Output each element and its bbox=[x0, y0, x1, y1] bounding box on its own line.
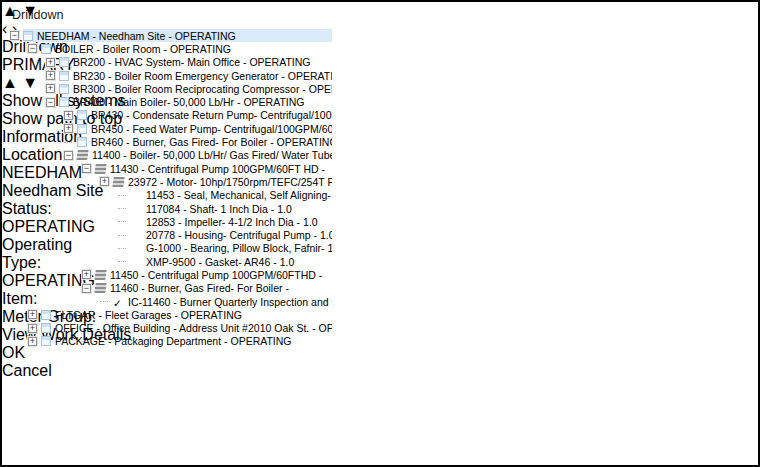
expand-node-toggle[interactable]: + bbox=[82, 270, 91, 279]
tree-connector bbox=[118, 208, 126, 209]
tree-node-label[interactable]: BR460 - Burner, Gas Fired- For Boiler - … bbox=[91, 136, 332, 148]
tree-node-label[interactable]: FLTGAR - Fleet Garages - OPERATING bbox=[55, 309, 242, 321]
tree-node-label[interactable]: G-1000 - Bearing, Pillow Block, Fafnir- … bbox=[146, 242, 332, 254]
location-icon bbox=[41, 323, 51, 333]
tree-node[interactable]: 11450 - Centrifugal Pump 100GPM/60FTHD - bbox=[95, 268, 332, 281]
tree-row: +BR200 - HVAC System- Main Office - OPER… bbox=[10, 56, 332, 69]
location-icon bbox=[41, 44, 51, 54]
tree-vertical-scrollbar[interactable]: ▲ ▼ bbox=[2, 2, 758, 20]
tree-node[interactable]: BR400 - Main Boiler- 50,000 Lb/Hr - OPER… bbox=[59, 95, 332, 108]
drilldown-dialog: Drilldown −NEEDHAM - Needham Site - OPER… bbox=[0, 0, 760, 467]
check-icon: ✓ bbox=[113, 297, 124, 307]
expand-node-toggle[interactable]: + bbox=[28, 337, 37, 346]
tree-row: BR460 - Burner, Gas Fired- For Boiler - … bbox=[10, 135, 332, 148]
asset-icon bbox=[94, 270, 106, 280]
tree-node[interactable]: 23972 - Motor- 10hp/1750rpm/TEFC/254T Fr… bbox=[113, 175, 332, 188]
tree-node-label[interactable]: 12853 - Impeller- 4-1/2 Inch Dia - 1.0 bbox=[146, 216, 318, 228]
expand-node-toggle[interactable]: + bbox=[46, 71, 55, 80]
tree-node-label[interactable]: BR450 - Feed Water Pump- Centrifugal/100… bbox=[91, 123, 332, 135]
scroll-left-icon[interactable]: ‹ bbox=[2, 20, 7, 37]
expand-node-toggle[interactable]: + bbox=[64, 111, 73, 120]
tree-connector bbox=[118, 195, 126, 196]
dialog-title: Drilldown bbox=[12, 8, 63, 22]
tree-node-label[interactable]: NEEDHAM - Needham Site - OPERATING bbox=[37, 30, 236, 42]
collapse-node-toggle[interactable]: − bbox=[82, 284, 91, 293]
tree-node[interactable]: 11400 - Boiler- 50,000 Lb/Hr/ Gas Fired/… bbox=[77, 149, 332, 162]
expand-node-toggle[interactable]: + bbox=[28, 310, 37, 319]
tree-row: +23972 - Motor- 10hp/1750rpm/TEFC/254T F… bbox=[10, 175, 332, 188]
tree-node-label[interactable]: 11400 - Boiler- 50,000 Lb/Hr/ Gas Fired/… bbox=[92, 149, 332, 161]
tree-node-label[interactable]: 20778 - Housing- Centrifugal Pump - 1.0 bbox=[146, 229, 332, 241]
collapse-node-toggle[interactable]: − bbox=[10, 31, 19, 40]
tree-node[interactable]: BR430 - Condensate Return Pump- Centrifu… bbox=[77, 109, 332, 122]
tree-connector bbox=[118, 248, 126, 249]
tree-node-label[interactable]: 11430 - Centrifugal Pump 100GPM/60FT HD … bbox=[110, 163, 325, 175]
tree-node[interactable]: BR230 - Boiler Room Emergency Generator … bbox=[59, 69, 332, 82]
tree-node[interactable]: 11453 - Seal, Mechanical, Self Aligning-… bbox=[131, 189, 332, 202]
tree-node[interactable]: BOILER - Boiler Room - OPERATING bbox=[41, 42, 332, 55]
tree-row: 12853 - Impeller- 4-1/2 Inch Dia - 1.0 bbox=[10, 215, 332, 228]
part-icon bbox=[130, 230, 142, 240]
tree-node[interactable]: 20778 - Housing- Centrifugal Pump - 1.0 bbox=[131, 228, 332, 241]
tree-node-label[interactable]: 117084 - Shaft- 1 Inch Dia - 1.0 bbox=[146, 203, 292, 215]
collapse-node-toggle[interactable]: − bbox=[46, 98, 55, 107]
location-icon bbox=[59, 97, 69, 107]
tree-node-label[interactable]: BR200 - HVAC System- Main Office - OPERA… bbox=[73, 56, 310, 68]
tree-row: −NEEDHAM - Needham Site - OPERATING bbox=[10, 29, 332, 42]
location-icon bbox=[59, 57, 69, 67]
tree-row: ✓IC-11460 - Burner Quarterly Inspection … bbox=[10, 295, 332, 308]
expand-node-toggle[interactable]: + bbox=[64, 124, 73, 133]
tree-row: +OFFICE - Office Building - Address Unit… bbox=[10, 322, 332, 335]
tree-node[interactable]: BR450 - Feed Water Pump- Centrifugal/100… bbox=[77, 122, 332, 135]
part-icon bbox=[130, 257, 142, 267]
expand-node-toggle[interactable]: + bbox=[100, 177, 109, 186]
tree-row: −11460 - Burner, Gas Fired- For Boiler - bbox=[10, 282, 332, 295]
expand-node-toggle[interactable]: + bbox=[28, 324, 37, 333]
tree-row: +PACKAGE - Packaging Department - OPERAT… bbox=[10, 335, 332, 348]
tree-node-label[interactable]: XMP-9500 - Gasket- AR46 - 1.0 bbox=[146, 256, 294, 268]
tree-node[interactable]: G-1000 - Bearing, Pillow Block, Fafnir- … bbox=[131, 242, 332, 255]
tree-node-label[interactable]: OFFICE - Office Building - Address Unit … bbox=[55, 322, 332, 334]
asset-icon bbox=[94, 283, 106, 293]
location-icon bbox=[41, 310, 51, 320]
location-icon bbox=[59, 71, 69, 81]
collapse-node-toggle[interactable]: − bbox=[64, 151, 73, 160]
tree-node-label[interactable]: BR400 - Main Boiler- 50,000 Lb/Hr - OPER… bbox=[73, 96, 304, 108]
cancel-button[interactable]: Cancel bbox=[2, 362, 758, 380]
tree-node[interactable]: 12853 - Impeller- 4-1/2 Inch Dia - 1.0 bbox=[131, 215, 332, 228]
location-icon bbox=[23, 31, 33, 41]
tree-node[interactable]: XMP-9500 - Gasket- AR46 - 1.0 bbox=[131, 255, 332, 268]
tree-node-label[interactable]: BOILER - Boiler Room - OPERATING bbox=[55, 43, 231, 55]
collapse-node-toggle[interactable]: − bbox=[82, 164, 91, 173]
tree-node[interactable]: FLTGAR - Fleet Garages - OPERATING bbox=[41, 308, 332, 321]
tree-node-label[interactable]: 23972 - Motor- 10hp/1750rpm/TEFC/254T Fr… bbox=[128, 176, 332, 188]
tree-node[interactable]: BR460 - Burner, Gas Fired- For Boiler - … bbox=[77, 135, 332, 148]
tree-node[interactable]: NEEDHAM - Needham Site - OPERATING bbox=[23, 29, 332, 42]
location-icon bbox=[77, 124, 87, 134]
tree-node-label[interactable]: BR230 - Boiler Room Emergency Generator … bbox=[73, 70, 332, 82]
tree-node-label[interactable]: 11460 - Burner, Gas Fired- For Boiler - bbox=[110, 282, 289, 294]
tree-row: 20778 - Housing- Centrifugal Pump - 1.0 bbox=[10, 228, 332, 241]
tree-node-label[interactable]: BR430 - Condensate Return Pump- Centrifu… bbox=[91, 109, 332, 121]
tree-row: XMP-9500 - Gasket- AR46 - 1.0 bbox=[10, 255, 332, 268]
tree-node[interactable]: 11460 - Burner, Gas Fired- For Boiler - bbox=[95, 282, 332, 295]
tree-row: +BR300 - Boiler Room Reciprocating Compr… bbox=[10, 82, 332, 95]
expand-node-toggle[interactable]: + bbox=[46, 84, 55, 93]
tree-row: G-1000 - Bearing, Pillow Block, Fafnir- … bbox=[10, 242, 332, 255]
tree-node[interactable]: OFFICE - Office Building - Address Unit … bbox=[41, 322, 332, 335]
expand-node-toggle[interactable]: + bbox=[46, 58, 55, 67]
tree-node-label[interactable]: IC-11460 - Burner Quarterly Inspection a… bbox=[128, 296, 332, 308]
tree-node[interactable]: 11430 - Centrifugal Pump 100GPM/60FT HD … bbox=[95, 162, 332, 175]
tree-node[interactable]: ✓IC-11460 - Burner Quarterly Inspection … bbox=[113, 295, 332, 308]
tree-node-label[interactable]: PACKAGE - Packaging Department - OPERATI… bbox=[55, 335, 292, 347]
collapse-node-toggle[interactable]: − bbox=[28, 44, 37, 53]
tree-node[interactable]: 117084 - Shaft- 1 Inch Dia - 1.0 bbox=[131, 202, 332, 215]
tree-node-label[interactable]: 11453 - Seal, Mechanical, Self Aligning-… bbox=[146, 189, 332, 201]
asset-icon bbox=[76, 150, 88, 160]
tree-node[interactable]: BR300 - Boiler Room Reciprocating Compre… bbox=[59, 82, 332, 95]
tree-connector bbox=[64, 142, 72, 143]
tree-node-label[interactable]: 11450 - Centrifugal Pump 100GPM/60FTHD - bbox=[110, 269, 322, 281]
tree-node[interactable]: PACKAGE - Packaging Department - OPERATI… bbox=[41, 335, 332, 348]
tree-node-label[interactable]: BR300 - Boiler Room Reciprocating Compre… bbox=[73, 83, 332, 95]
tree-node[interactable]: BR200 - HVAC System- Main Office - OPERA… bbox=[59, 56, 332, 69]
